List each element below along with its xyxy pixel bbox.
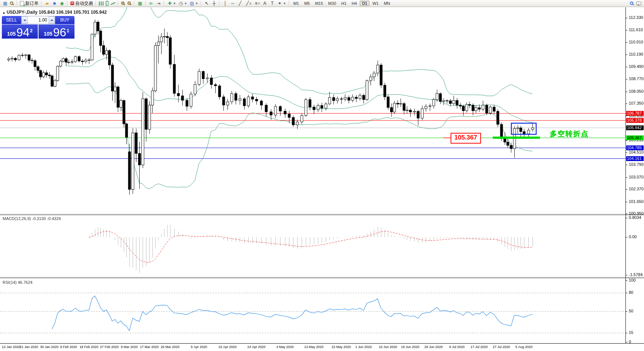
shapes-arrows-icon-glyph: ✦ [277,1,282,6]
zoom-out-icon-glyph: − [127,1,131,5]
toolbar-separator [219,1,220,6]
indicators-button[interactable]: ✚▼ [166,0,177,7]
equidistant-channel-icon[interactable]: ╱E [244,0,253,7]
chart-shift-icon[interactable]: ⇥ [155,0,162,7]
cursor-icon[interactable]: ↖ [203,0,210,7]
chat-icon-glyph [636,1,641,6]
equidistant-channel-icon-sub: E [250,2,252,5]
new-order-button-label: 新订单 [25,0,39,7]
trendline-icon-glyph: ╱ [238,1,243,6]
rsi-indicator-label: RSI(14) 46.7624 [3,280,33,285]
zoom-in-icon-glyph: + [121,1,125,5]
one-click-trading-panel: SELL BUY 105942 105961 [2,16,74,39]
auto-scroll-icon-glyph: ⊳ [149,1,154,6]
auto-scroll-icon[interactable]: ⊳ [147,0,155,7]
timeframe-mn-button[interactable]: MN [382,1,392,6]
chart-title-text: USDJPY-,Daily 105.843 106.194 105.701 10… [7,10,107,15]
price-badge-current-price: 105.942 [626,125,644,130]
sell-price-tile[interactable]: 105942 [2,24,38,39]
collapse-icon[interactable]: ▲ [2,11,6,14]
chart-shift-icon-glyph: ⇥ [156,1,161,6]
price-badge-support-1: 104.785 [626,145,644,150]
price-badge-pivot-green: 105.367 [626,135,644,140]
bar-chart-icon-glyph [99,1,103,6]
toolbar-separator [17,1,17,6]
toolbar-separator [134,1,135,6]
timeframe-h1-button[interactable]: H1 [339,1,349,6]
templates-button-caret: ▼ [195,2,198,5]
buy-price-big: 96 [53,27,66,38]
volume-down-button[interactable] [21,16,28,24]
toolbar-separator [164,1,165,6]
deposit-gold-icon-glyph: ▰ [44,1,50,6]
toolbar: ▦新订单▰☻◉自动交易+−▦⊳⇥✚▼◷▼▨▼↖┼│─╱╱E≡FAT✦▼M1M5M… [0,0,644,7]
indicators-button-caret: ▼ [173,2,176,5]
text-icon[interactable]: A [261,0,269,7]
toolbar-separator [145,1,146,6]
volume-input[interactable] [28,16,49,24]
text-label-icon-glyph: T [270,1,275,6]
timeframe-m15-button[interactable]: M15 [313,1,325,6]
auto-trading-button[interactable]: 自动交易 [69,0,94,7]
fibonacci-icon-glyph: ≡ [253,1,259,6]
bar-chart-icon[interactable] [98,0,104,7]
tile-windows-icon-glyph: ▦ [137,1,143,6]
fibonacci-icon-sub: F [258,2,260,5]
fibonacci-icon[interactable]: ≡F [252,0,261,7]
zoom-out-icon[interactable]: − [126,0,133,7]
tile-windows-icon[interactable]: ▦ [136,0,144,7]
horizontal-line-icon[interactable]: ─ [229,0,236,7]
periods-button[interactable]: ◷▼ [177,0,188,7]
text-icon-glyph: A [262,1,268,6]
toolbar-separator [201,1,202,6]
mt5-window: ▦新订单▰☻◉自动交易+−▦⊳⇥✚▼◷▼▨▼↖┼│─╱╱E≡FAT✦▼M1M5M… [0,0,644,351]
price-badge-resistance-1: 106.787 [626,111,644,116]
vertical-line-icon[interactable]: │ [222,0,229,7]
chart-canvas[interactable] [0,7,644,351]
templates-button-glyph: ▨ [189,1,195,6]
cursor-icon-glyph: ↖ [204,1,209,6]
search-icon[interactable] [629,0,635,7]
trendline-icon[interactable]: ╱ [236,0,244,7]
chat-icon[interactable] [635,0,643,7]
templates-button[interactable]: ▨▼ [188,0,199,7]
signals-icon[interactable]: ◉ [58,0,66,7]
price-badge-resistance-2: 106.378 [626,118,644,123]
new-order-button-glyph [20,1,24,6]
new-order-button[interactable]: 新订单 [19,0,40,7]
market-watch-icon[interactable] [9,0,15,7]
community-icon[interactable]: ☻ [51,0,58,7]
candlestick-chart-icon-glyph [106,1,109,6]
text-label-icon[interactable]: T [269,0,276,7]
timeframe-h4-button[interactable]: H4 [349,1,359,6]
charts-window-icon-glyph: ▦ [3,1,8,6]
sell-price-prefix: 105 [7,31,16,37]
shapes-arrows-icon[interactable]: ✦▼ [276,0,287,7]
auto-trading-button-glyph [70,1,74,5]
horizontal-line-icon-glyph: ─ [230,1,235,6]
sell-button[interactable]: SELL [2,16,21,24]
timeframe-m5-button[interactable]: M5 [302,1,312,6]
toolbar-separator [289,1,289,6]
timeframe-m30-button[interactable]: M30 [326,1,338,6]
shapes-arrows-icon-caret: ▼ [283,2,286,5]
timeframe-d1-button[interactable]: D1 [360,1,369,6]
auto-trading-button-label: 自动交易 [75,0,93,7]
pivot-annotation-text[interactable]: 多空转折点 [550,129,589,139]
volume-up-button[interactable] [49,16,55,24]
charts-window-icon[interactable]: ▦ [1,0,9,7]
buy-price-tile[interactable]: 105961 [39,24,74,39]
periods-button-caret: ▼ [184,2,187,5]
deposit-gold-icon[interactable]: ▰ [43,0,51,7]
line-chart-icon[interactable] [110,0,116,7]
timeframe-w1-button[interactable]: W1 [370,1,381,6]
price-level-label[interactable]: 105.367 [451,133,481,144]
signals-icon-glyph: ◉ [59,1,64,6]
toolbar-separator [118,1,119,6]
timeframe-m1-button[interactable]: M1 [291,1,301,6]
chart-title: ▲USDJPY-,Daily 105.843 106.194 105.701 1… [2,10,107,15]
crosshair-icon[interactable]: ┼ [210,0,218,7]
candlestick-chart-icon[interactable] [104,0,110,7]
zoom-in-icon[interactable]: + [120,0,126,7]
buy-button[interactable]: BUY [55,16,74,24]
